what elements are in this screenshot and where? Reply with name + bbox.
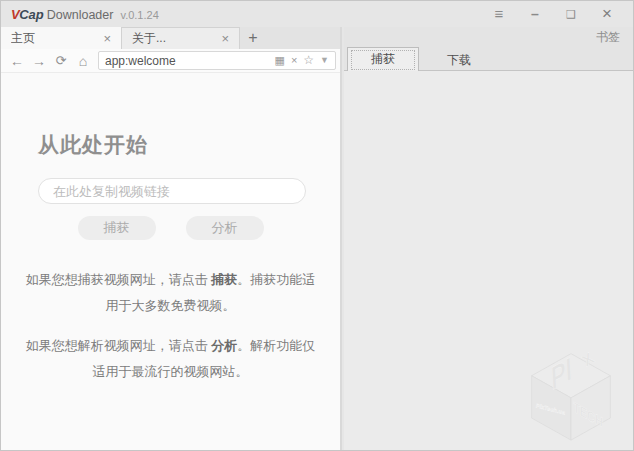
capture-help-bold: 捕获 (211, 272, 237, 287)
analyze-help-bold: 分析 (211, 338, 237, 353)
title-bar: V Cap Downloader v.0.1.24 ≡ – ❑ × (1, 1, 633, 27)
tab-about[interactable]: 关于... × (121, 27, 240, 49)
clear-url-icon[interactable]: × (288, 52, 300, 69)
action-buttons: 捕获 分析 (1, 216, 340, 240)
minimize-icon[interactable]: – (517, 1, 553, 27)
side-panel: 书签 捕获 下载 X PI TECH PixTech.ua (344, 27, 633, 450)
browser-tab-strip: 主页 × 关于... × + (1, 27, 340, 49)
logo-v: V (11, 7, 19, 22)
page-title: 从此处开始 (38, 131, 340, 159)
capture-list-area: X PI TECH PixTech.ua (344, 71, 633, 450)
menu-icon[interactable]: ≡ (481, 1, 517, 27)
app-logo: V Cap Downloader v.0.1.24 (11, 7, 159, 22)
address-input[interactable] (105, 52, 271, 69)
tab-close-icon[interactable]: × (217, 31, 233, 46)
bookmarks-button[interactable]: 书签 (596, 29, 620, 46)
maximize-icon[interactable]: ❑ (553, 1, 589, 27)
window-controls: ≡ – ❑ × (481, 1, 625, 27)
video-link-input[interactable] (38, 178, 306, 204)
address-bar[interactable]: ▦ × ☆ ▼ (98, 51, 336, 70)
app-window: V Cap Downloader v.0.1.24 ≡ – ❑ × 主页 × 关… (0, 0, 634, 451)
tab-close-icon[interactable]: × (99, 31, 115, 46)
panel-tab-strip: 捕获 下载 (344, 47, 633, 71)
browser-pane: 主页 × 关于... × + ← → ⟳ ⌂ ▦ × ☆ ▼ 从此处开始 (1, 27, 342, 450)
capture-button[interactable]: 捕获 (78, 216, 156, 240)
tab-home[interactable]: 主页 × (1, 27, 121, 49)
pixtech-watermark-logo: X PI TECH PixTech.ua (523, 344, 619, 444)
new-tab-button[interactable]: + (240, 27, 266, 49)
app-version: v.0.1.24 (120, 9, 158, 21)
url-dropdown-icon[interactable]: ▼ (317, 52, 332, 69)
close-icon[interactable]: × (589, 1, 625, 27)
capture-help-pre: 如果您想捕获视频网址，请点击 (26, 272, 212, 287)
welcome-page: 从此处开始 捕获 分析 如果您想捕获视频网址，请点击 捕获。捕获功能适用于大多数… (1, 73, 340, 450)
home-icon[interactable]: ⌂ (73, 50, 93, 72)
analyze-help-text: 如果您想解析视频网址，请点击 分析。解析功能仅适用于最流行的视频网站。 (21, 333, 320, 385)
app-title: Downloader (47, 8, 114, 22)
tab-download[interactable]: 下载 (419, 49, 499, 71)
refresh-icon[interactable]: ⟳ (51, 50, 71, 72)
back-icon[interactable]: ← (7, 50, 27, 72)
capture-help-text: 如果您想捕获视频网址，请点击 捕获。捕获功能适用于大多数免费视频。 (21, 267, 320, 319)
analyze-help-pre: 如果您想解析视频网址，请点击 (26, 338, 212, 353)
tab-about-label: 关于... (132, 30, 217, 47)
reader-mode-icon[interactable]: ▦ (271, 52, 287, 69)
logo-cap: Cap (19, 7, 44, 22)
analyze-button[interactable]: 分析 (186, 216, 264, 240)
bookmark-star-icon[interactable]: ☆ (300, 52, 317, 69)
tab-capture[interactable]: 捕获 (347, 47, 419, 71)
navigation-bar: ← → ⟳ ⌂ ▦ × ☆ ▼ (1, 49, 340, 73)
forward-icon[interactable]: → (29, 50, 49, 72)
tab-home-label: 主页 (11, 30, 99, 47)
